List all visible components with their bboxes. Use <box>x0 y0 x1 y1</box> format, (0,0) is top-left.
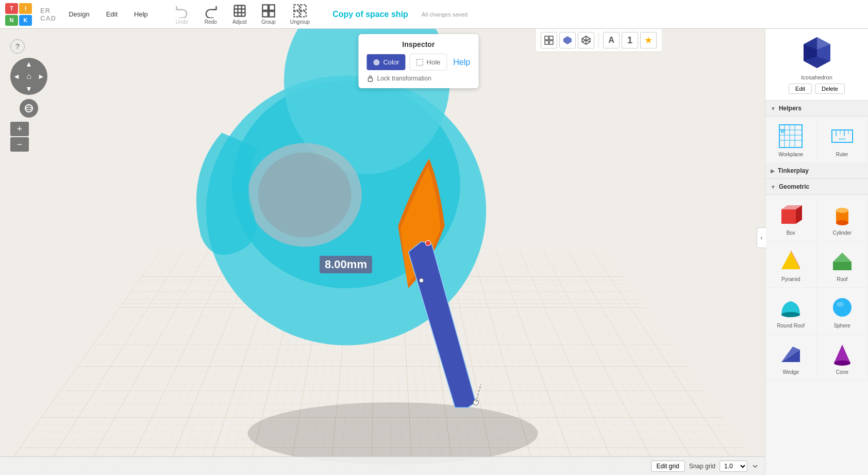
logo[interactable]: T I N K <box>5 3 32 26</box>
shape-item-round-roof[interactable]: Round Roof <box>765 288 817 334</box>
bottom-bar: Edit grid Snap grid 1.0 0.1 0.5 2.0 5.0 … <box>0 456 765 475</box>
workplane-icon: W <box>776 122 805 151</box>
snap-grid-select[interactable]: 1.0 0.1 0.5 2.0 5.0 10.0 <box>720 461 747 472</box>
view-controls: A 1 ★ <box>535 29 662 52</box>
section-header-tinkerplay[interactable]: ▶ Tinkerplay <box>765 163 868 179</box>
selected-shape-panel: Icosahedron Edit Delete <box>765 29 868 101</box>
nav-up-arrow[interactable]: ▲ <box>23 58 35 70</box>
help-button[interactable]: ? <box>10 39 25 54</box>
main-area: Inspector Color Hole Help Lock transform… <box>0 29 868 475</box>
svg-point-22 <box>25 105 32 112</box>
cylinder-shape-icon <box>828 200 857 229</box>
nav-left-arrow[interactable]: ◄ <box>10 70 23 83</box>
svg-rect-24 <box>549 36 553 40</box>
group-button[interactable]: Group <box>257 2 280 27</box>
tilt-button[interactable] <box>20 99 38 118</box>
selected-shape-name: Icosahedron <box>801 74 832 80</box>
inspector-panel: Inspector Color Hole Help Lock transform… <box>358 34 478 88</box>
scene-svg <box>0 29 765 475</box>
number-view-button[interactable]: 1 <box>622 32 638 48</box>
delete-shape-button[interactable]: Delete <box>815 84 845 94</box>
round-roof-shape-icon <box>776 293 805 322</box>
section-header-geometric[interactable]: ▼ Geometric <box>765 179 868 195</box>
snap-chevron-icon <box>752 463 759 470</box>
svg-point-68 <box>834 361 850 366</box>
wireframe-view-button[interactable] <box>578 32 594 48</box>
ruler-icon: mm <box>828 122 857 151</box>
cylinder-label: Cylinder <box>832 230 852 236</box>
logo-t: T <box>5 3 18 14</box>
svg-point-19 <box>373 59 379 65</box>
svg-point-9 <box>247 402 538 465</box>
svg-point-56 <box>836 208 848 213</box>
svg-rect-5 <box>294 5 299 10</box>
zoom-in-button[interactable]: + <box>10 122 29 136</box>
save-status: All changes saved <box>422 11 468 18</box>
workplane-label: Workplane <box>778 152 803 157</box>
shape-item-ruler[interactable]: mm Ruler <box>817 117 869 163</box>
svg-marker-58 <box>781 252 800 269</box>
svg-point-62 <box>781 312 800 317</box>
svg-marker-27 <box>563 36 572 44</box>
inspector-color-button[interactable]: Color <box>366 54 405 70</box>
shape-item-pyramid[interactable]: Pyramid <box>765 241 817 288</box>
inspector-type-row: Color Hole Help <box>366 54 470 71</box>
svg-rect-6 <box>301 5 306 10</box>
topbar: T I N K ERCAD Design Edit Help Undo Redo… <box>0 0 868 29</box>
svg-rect-8 <box>301 11 306 17</box>
nav-right-arrow[interactable]: ► <box>35 70 47 83</box>
menu-edit[interactable]: Edit <box>102 8 122 20</box>
sphere-label: Sphere <box>834 323 850 329</box>
project-title[interactable]: Copy of space ship <box>332 10 408 19</box>
svg-point-64 <box>837 302 844 307</box>
zoom-out-button[interactable]: − <box>10 137 29 152</box>
section-header-helpers[interactable]: ▼ Helpers <box>765 101 868 117</box>
nav-down-arrow[interactable]: ▼ <box>23 83 35 95</box>
adjust-button[interactable]: Adjust <box>228 2 251 27</box>
solid-view-button[interactable] <box>559 32 576 48</box>
shape-item-wedge[interactable]: Wedge <box>765 334 817 381</box>
shape-item-workplane[interactable]: W Workplane <box>765 117 817 163</box>
tinkerplay-collapse-icon: ▶ <box>771 168 775 174</box>
cone-shape-icon <box>828 339 857 368</box>
grid-view-button[interactable] <box>541 32 557 48</box>
shape-item-cone[interactable]: Cone <box>817 334 869 381</box>
menu-help[interactable]: Help <box>130 8 152 20</box>
redo-button[interactable]: Redo <box>199 2 222 27</box>
shape-item-roof[interactable]: Roof <box>817 241 869 288</box>
svg-point-16 <box>419 279 423 283</box>
shape-item-cylinder[interactable]: Cylinder <box>817 195 869 241</box>
helpers-collapse-icon: ▼ <box>771 106 776 111</box>
inspector-help-icon[interactable]: Help <box>453 58 470 67</box>
svg-rect-4 <box>269 11 275 17</box>
right-panel: Icosahedron Edit Delete ▼ Helpers <box>765 29 868 475</box>
zoom-controls: + − <box>10 122 47 152</box>
roof-shape-icon <box>828 247 857 275</box>
svg-rect-1 <box>262 5 268 10</box>
star-button[interactable]: ★ <box>640 32 657 48</box>
svg-text:W: W <box>780 128 786 134</box>
viewport[interactable]: Inspector Color Hole Help Lock transform… <box>0 29 765 475</box>
svg-rect-3 <box>262 11 268 17</box>
box-label: Box <box>787 230 795 236</box>
snap-grid-label: Snap grid <box>689 463 715 470</box>
text-view-button[interactable]: A <box>603 32 620 48</box>
shape-item-box[interactable]: Box <box>765 195 817 241</box>
edit-grid-button[interactable]: Edit grid <box>651 461 685 472</box>
edit-shape-button[interactable]: Edit <box>789 84 812 94</box>
box-shape-icon <box>776 200 805 229</box>
svg-rect-20 <box>417 59 423 65</box>
nav-control[interactable]: ▲ ◄ ⌂ ► ▼ <box>10 58 47 95</box>
nav-home-button[interactable]: ⌂ <box>23 70 35 83</box>
ungroup-button[interactable]: Ungroup <box>286 2 314 27</box>
geometric-grid: Box Cylinder <box>765 195 868 381</box>
svg-point-63 <box>833 298 852 317</box>
undo-button[interactable]: Undo <box>171 2 193 27</box>
lock-transformation-row[interactable]: Lock transformation <box>366 75 470 82</box>
shape-item-sphere[interactable]: Sphere <box>817 288 869 334</box>
cone-label: Cone <box>836 369 848 375</box>
panel-collapse-button[interactable]: ‹ <box>757 227 766 248</box>
inspector-hole-button[interactable]: Hole <box>410 54 447 71</box>
menu-design[interactable]: Design <box>64 8 93 20</box>
svg-point-15 <box>425 240 430 245</box>
